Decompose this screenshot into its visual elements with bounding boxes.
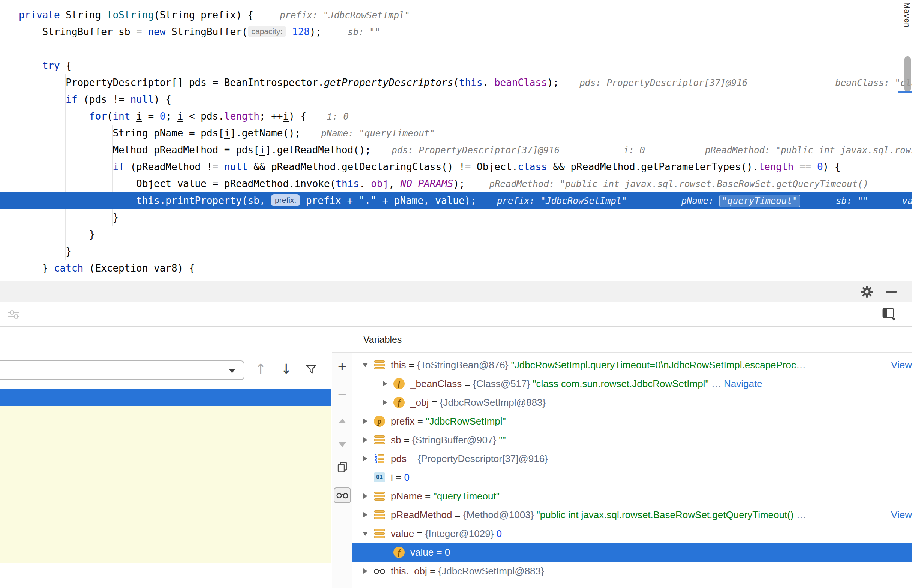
code-line[interactable]: } (0, 226, 912, 243)
code-segment: } (19, 229, 95, 240)
code-segment: (String prefix) { (154, 10, 253, 21)
variable-row-value[interactable]: value = {Integer@1029} 0 (352, 524, 912, 543)
code-segment: ); (547, 77, 559, 88)
selected-frame-row[interactable] (0, 389, 331, 406)
code-segment: private (19, 10, 60, 21)
variable-row-this[interactable]: this = {ToStringBean@876} "JdbcRowSetImp… (352, 355, 912, 374)
next-frame-button[interactable]: ↓ (281, 361, 292, 376)
code-line[interactable]: String pName = pds[i].getName();pName: "… (0, 125, 912, 142)
move-watch-down-icon[interactable] (332, 440, 352, 449)
variable-dots: … (796, 359, 806, 371)
variable-row--beanclass[interactable]: f_beanClass = {Class@517} "class com.sun… (352, 374, 912, 393)
code-line[interactable]: sb.append("\n\nEXCEPTION: Could not comp… (0, 277, 912, 281)
previous-frame-button[interactable]: ↑ (255, 361, 266, 376)
field-icon: f (392, 378, 406, 389)
code-line[interactable]: } catch (Exception var8) { (0, 260, 912, 277)
variable-row-value[interactable]: fvalue = 0 (352, 543, 912, 562)
code-segment: _obj (365, 178, 389, 189)
variable-eq: = (427, 565, 438, 577)
variable-str: "JdbcRowSetImpl" (426, 415, 506, 427)
hint-text: pds: PropertyDescriptor[37]@916 (392, 145, 560, 156)
add-watch-button[interactable]: + (332, 358, 352, 375)
code-editor[interactable]: private String toString(String prefix) {… (0, 0, 912, 281)
chevron-right-icon[interactable] (358, 432, 373, 447)
code-line[interactable]: for(int i = 0; i < pds.length; ++i) {i: … (0, 108, 912, 125)
code-line[interactable]: if (pds != null) { (0, 91, 912, 108)
move-watch-up-icon[interactable] (332, 416, 352, 425)
code-line[interactable]: private String toString(String prefix) {… (0, 7, 912, 24)
editor-scrollbar-thumb[interactable] (904, 56, 911, 92)
variable-row-i[interactable]: 01i = 0 (352, 468, 912, 487)
chevron-right-icon[interactable] (377, 376, 392, 391)
navigate-link[interactable]: Navigate (724, 378, 762, 389)
code-segment: . (483, 77, 489, 88)
view-link[interactable]: View (891, 359, 912, 371)
inline-debugger-hint: _beanClass: "class (830, 78, 912, 88)
code-line[interactable]: StringBuffer sb = new StringBuffer(capac… (0, 24, 912, 40)
chevron-right-icon[interactable] (358, 489, 373, 504)
code-segment: toString (107, 10, 154, 21)
code-line[interactable]: PropertyDescriptor[] pds = BeanIntrospec… (0, 74, 912, 91)
error-stripe-mark[interactable] (899, 91, 912, 94)
variable-ref: {Method@1003} (463, 509, 537, 521)
inline-debugger-hint: pReadMethod: "public int javax.sql.rowse… (489, 179, 868, 189)
maven-tool-tab[interactable]: Maven (902, 2, 912, 28)
hint-text: sb: "" (836, 196, 868, 206)
minimize-icon[interactable] (886, 291, 897, 292)
inline-debugger-hint: prefix: "JdbcRowSetImpl" (497, 196, 627, 206)
chevron-down-icon[interactable] (358, 357, 373, 372)
remove-watch-button[interactable]: − (332, 386, 352, 403)
filter-sliders-icon[interactable] (8, 309, 20, 321)
variable-row-preadmethod[interactable]: pReadMethod = {Method@1003} "public int … (352, 506, 912, 524)
settings-gear-icon[interactable] (860, 285, 873, 298)
execution-line[interactable]: this.printProperty(sb, prefix: prefix + … (0, 192, 912, 209)
variable-row-sb[interactable]: sb = {StringBuffer@907} "" (352, 431, 912, 449)
code-line[interactable]: Object value = pReadMethod.invoke(this._… (0, 176, 912, 192)
code-line[interactable] (0, 40, 912, 57)
hint-text: pds: PropertyDescriptor[37]@916 (579, 78, 747, 88)
variable-row-pds[interactable]: 123pds = {PropertyDescriptor[37]@916} (352, 449, 912, 468)
variable-name: this._obj (391, 565, 427, 577)
chevron-right-icon[interactable] (358, 564, 373, 578)
chevron-right-icon[interactable] (358, 414, 373, 429)
code-segment: i (224, 128, 230, 139)
variable-eq: = (429, 397, 440, 409)
show-watches-toggle[interactable] (332, 487, 352, 504)
variable-row--obj[interactable]: f_obj = {JdbcRowSetImpl@883} (352, 393, 912, 412)
variable-num: 0 (404, 472, 409, 483)
variable-eq: = (415, 415, 426, 427)
variable-row-this-obj[interactable]: this._obj = {JdbcRowSetImpl@883} (352, 562, 912, 580)
duplicate-watch-icon[interactable] (332, 461, 352, 473)
array-icon: 123 (373, 454, 386, 464)
variable-row-prefix[interactable]: pprefix = "JdbcRowSetImpl" (352, 412, 912, 431)
variable-row-pname[interactable]: pName = "queryTimeout" (352, 487, 912, 506)
code-segment: null (224, 161, 248, 173)
chevron-down-icon[interactable] (358, 526, 373, 541)
code-line[interactable]: } (0, 209, 912, 226)
variable-eq: = (422, 491, 434, 502)
variable-eq: = (407, 453, 418, 465)
variable-num: 0 (445, 547, 450, 558)
thread-selector-dropdown[interactable] (0, 360, 244, 380)
variable-ref: {PropertyDescriptor[37]@916} (418, 453, 548, 465)
chevron-right-icon[interactable] (358, 507, 373, 522)
inline-debugger-hint: pds: PropertyDescriptor[37]@916 (392, 145, 560, 156)
code-segment: this (336, 178, 359, 189)
inline-debugger-hint: i: 0 (623, 145, 645, 156)
code-segment: 0 (817, 161, 823, 173)
code-segment: prefix: (271, 194, 300, 206)
chevron-right-icon[interactable] (377, 395, 392, 410)
code-segment: length (224, 111, 260, 122)
code-line[interactable]: if (pReadMethod != null && pReadMethod.g… (0, 158, 912, 176)
view-link[interactable]: View (891, 509, 912, 521)
code-line[interactable]: try { (0, 57, 912, 74)
hide-frames-filter-icon[interactable] (305, 363, 317, 377)
variable-name: prefix (391, 415, 415, 427)
code-line[interactable]: Method pReadMethod = pds[i].getReadMetho… (0, 142, 912, 158)
chevron-right-icon[interactable] (358, 451, 373, 466)
code-line[interactable]: } (0, 243, 912, 260)
inline-debugger-hint: i: 0 (327, 111, 349, 122)
code-segment: , (389, 178, 400, 189)
code-segment: StringBuffer sb = (19, 26, 148, 37)
layout-settings-icon[interactable] (882, 307, 896, 323)
